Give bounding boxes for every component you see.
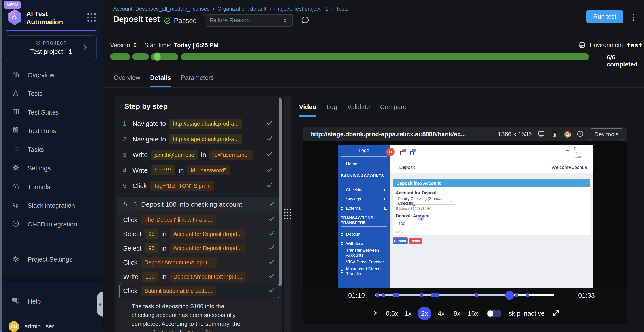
step-target-chip[interactable]: 100 bbox=[142, 272, 158, 282]
bank-nav-item[interactable]: Checking bbox=[338, 185, 390, 194]
substep-row[interactable]: ClickThe 'Deposit' link with a si... bbox=[119, 213, 279, 227]
bank-reset-button[interactable]: Reset bbox=[409, 238, 422, 244]
fullscreen-button[interactable] bbox=[552, 309, 560, 318]
bank-user-avatar[interactable]: User Avat bbox=[574, 147, 588, 159]
step-row[interactable]: 1Navigate tohttp://stage.dbank.prod-a... bbox=[123, 116, 273, 132]
substep-row[interactable]: Select95inAccount for Deposit dropd... bbox=[119, 241, 279, 256]
substep-row-selected[interactable]: ClickSubmit button at the botto... bbox=[119, 284, 279, 298]
tab-overview[interactable]: Overview bbox=[114, 74, 140, 87]
info-icon[interactable] bbox=[576, 130, 584, 138]
step-target-chip[interactable]: jsmith@demo.io bbox=[151, 150, 198, 160]
breadcrumb-link[interactable]: Project: Test project - 1 bbox=[274, 6, 328, 12]
step-group-header[interactable]: 6 Deposit 100 into checking account bbox=[117, 197, 281, 212]
user-menu[interactable]: AU admin user bbox=[8, 321, 54, 332]
video-tab-compare[interactable]: Compare bbox=[380, 103, 406, 116]
timeline-event-marker[interactable] bbox=[475, 293, 478, 297]
sidebar-item-test-suites[interactable]: Test Suites bbox=[2, 103, 103, 122]
breadcrumb-link[interactable]: Organization: default bbox=[218, 6, 266, 12]
sidebar-item-project-settings[interactable]: Project Settings bbox=[2, 250, 103, 269]
video-stage[interactable]: Logo HomeBANKING ACCOUNTSCheckingSavings… bbox=[303, 141, 627, 288]
step-target-chip[interactable]: http://stage.dbank.prod-a... bbox=[169, 134, 242, 144]
bank-nav-item[interactable]: Home bbox=[338, 160, 390, 169]
sidebar-item-settings[interactable]: Settings bbox=[2, 159, 103, 178]
step-target-chip[interactable]: The 'Deposit' link with a si... bbox=[141, 214, 216, 225]
speed-1x[interactable]: 1x bbox=[402, 306, 414, 320]
run-test-button[interactable]: Run test bbox=[586, 10, 623, 23]
devtools-button[interactable]: Dev tools bbox=[590, 128, 623, 140]
bank-topbar-icon[interactable] bbox=[566, 150, 569, 154]
comment-button[interactable] bbox=[300, 16, 310, 26]
step-target-chip[interactable]: Submit button at the botto... bbox=[141, 286, 216, 296]
step-target-chip[interactable]: 95 bbox=[145, 243, 158, 254]
sidebar-collapse-handle[interactable] bbox=[97, 292, 103, 316]
sidebar-item-slack-integration[interactable]: Slack integration bbox=[2, 196, 103, 215]
timeline-track[interactable] bbox=[375, 294, 554, 296]
timeline-event-marker[interactable] bbox=[526, 293, 529, 297]
step-target-chip[interactable]: Id="username" bbox=[210, 150, 253, 160]
bank-nav-item[interactable]: Mastercard Direct Transfer bbox=[338, 267, 390, 276]
bank-alerts-icon[interactable]: 0 bbox=[410, 151, 414, 155]
step-target-chip[interactable]: Id="password" bbox=[187, 165, 230, 176]
breadcrumb-link[interactable]: Tests bbox=[336, 6, 348, 12]
step-target-chip[interactable]: Account for Deposit dropd... bbox=[170, 243, 246, 254]
timeline-event-marker[interactable] bbox=[431, 293, 439, 297]
bank-nav-item[interactable]: Transfer Between Accounts bbox=[338, 248, 390, 258]
speed-4x[interactable]: 4x bbox=[435, 306, 447, 320]
bank-messages-icon[interactable]: 0 bbox=[400, 151, 404, 155]
step-row[interactable]: 3Writejsmith@demo.ioinId="username" bbox=[123, 147, 273, 163]
project-switcher[interactable]: PROJECT Test project - 1 bbox=[6, 35, 97, 60]
bank-nav-item[interactable]: Withdraw bbox=[338, 239, 390, 248]
timeline-event-marker[interactable] bbox=[376, 293, 379, 297]
sidebar-item-overview[interactable]: Overview bbox=[2, 66, 103, 84]
steps-scrollbar[interactable] bbox=[278, 96, 282, 332]
step-row[interactable]: 4Write********inId="password" bbox=[123, 163, 273, 178]
sidebar-item-tests[interactable]: Tests bbox=[2, 84, 103, 103]
substep-row[interactable]: Select95inAccount for Deposit dropd... bbox=[119, 227, 279, 241]
sidebar-item-ci-cd-integration[interactable]: ∞CI-CD integration bbox=[2, 215, 103, 234]
step-target-chip[interactable]: 95 bbox=[145, 229, 158, 239]
step-target-chip[interactable]: Tag="BUTTON" Sign in bbox=[150, 181, 214, 191]
tab-parameters[interactable]: Parameters bbox=[181, 74, 214, 87]
timeline-event-marker[interactable] bbox=[515, 293, 518, 297]
sidebar-item-test-runs[interactable]: Test Runs bbox=[2, 122, 103, 140]
timeline-scrubber[interactable] bbox=[505, 291, 514, 300]
timeline-event-marker[interactable] bbox=[392, 293, 400, 297]
timeline-event-marker[interactable] bbox=[382, 293, 385, 297]
bank-nav-item[interactable]: Deposit bbox=[338, 230, 390, 239]
app-logo-icon[interactable] bbox=[8, 9, 22, 25]
panel-resize-handle[interactable] bbox=[284, 96, 291, 332]
play-button[interactable] bbox=[370, 309, 378, 318]
bank-submit-button[interactable]: Submit bbox=[393, 238, 407, 244]
deposit-amount-input[interactable]: 100 bbox=[396, 220, 439, 227]
speed-0.5x[interactable]: 0.5x bbox=[386, 306, 398, 320]
apps-grid-icon[interactable] bbox=[88, 13, 96, 22]
skip-inactive-toggle[interactable] bbox=[487, 310, 501, 317]
step-row[interactable]: 2Navigate tohttp://stage.dbank.prod-a... bbox=[123, 132, 273, 147]
steps-scrollbar-thumb[interactable] bbox=[278, 98, 282, 286]
sidebar-item-help[interactable]: ?Help bbox=[2, 292, 103, 311]
sidebar-item-tasks[interactable]: Tasks bbox=[2, 140, 103, 159]
step-target-chip[interactable]: http://stage.dbank.prod-a... bbox=[169, 118, 242, 129]
more-actions-button[interactable] bbox=[632, 13, 635, 22]
video-tab-video[interactable]: Video bbox=[299, 103, 316, 116]
video-tab-log[interactable]: Log bbox=[326, 103, 337, 116]
tab-details[interactable]: Details bbox=[150, 74, 171, 87]
bank-nav-item[interactable]: Savings bbox=[338, 194, 390, 204]
bank-nav-item[interactable]: External bbox=[338, 204, 390, 213]
account-for-deposit-select[interactable]: Family Checking (Standard Checking) bbox=[396, 198, 455, 205]
step-target-chip[interactable]: ******** bbox=[151, 165, 175, 176]
substep-row[interactable]: ClickDeposit Amount text input ... bbox=[119, 256, 279, 270]
speed-16x[interactable]: 16x bbox=[467, 306, 479, 320]
step-target-chip[interactable]: Deposit Amount text input ... bbox=[170, 272, 246, 282]
failure-reason-select[interactable]: Failure Reason bbox=[204, 14, 293, 27]
substep-row[interactable]: Write100inDeposit Amount text input ... bbox=[119, 270, 279, 284]
sidebar-item-tunnels[interactable]: Tunnels bbox=[2, 178, 103, 196]
speed-8x[interactable]: 8x bbox=[451, 306, 463, 320]
step-target-chip[interactable]: Account for Deposit dropd... bbox=[170, 229, 246, 239]
speed-2x[interactable]: 2x bbox=[418, 306, 432, 320]
breadcrumb-link[interactable]: Account: Devspace_all_module_licenses bbox=[113, 6, 210, 12]
step-row[interactable]: 5ClickTag="BUTTON" Sign in bbox=[123, 178, 273, 194]
video-tab-validate[interactable]: Validate bbox=[348, 103, 370, 116]
step-target-chip[interactable]: Deposit Amount text input ... bbox=[141, 258, 217, 268]
timeline-event-marker[interactable] bbox=[420, 293, 423, 297]
